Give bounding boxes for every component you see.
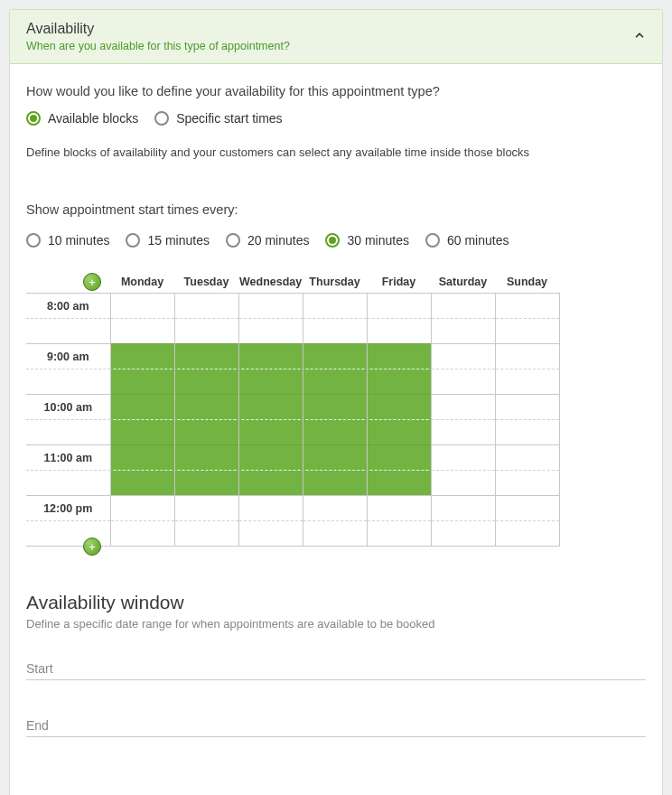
schedule-cell[interactable]	[495, 420, 559, 445]
schedule-cell[interactable]	[367, 344, 431, 369]
schedule-cell[interactable]	[431, 369, 495, 395]
schedule-cell[interactable]	[110, 369, 174, 395]
schedule-cell[interactable]	[431, 319, 495, 344]
schedule-cell[interactable]	[238, 294, 303, 319]
schedule-cell[interactable]	[174, 496, 238, 521]
schedule-cell[interactable]	[174, 521, 238, 547]
day-header: Tuesday	[174, 275, 238, 294]
start-interval-option-1[interactable]: 15 minutes	[126, 233, 209, 248]
schedule-cell[interactable]	[367, 319, 431, 344]
schedule-cell[interactable]	[174, 369, 238, 395]
availability-mode-option-1[interactable]: Specific start times	[154, 111, 282, 126]
schedule-cell[interactable]	[431, 471, 495, 496]
schedule-cell[interactable]	[495, 496, 559, 521]
schedule-cell[interactable]	[238, 319, 303, 344]
define-availability-question: How would you like to define your availa…	[26, 84, 646, 98]
schedule-cell[interactable]	[367, 496, 431, 521]
start-times-question: Show appointment start times every:	[26, 202, 646, 217]
day-header: Monday	[110, 275, 174, 294]
schedule-cell[interactable]	[495, 344, 559, 369]
availability-mode-option-0[interactable]: Available blocks	[26, 111, 138, 126]
schedule-cell[interactable]	[110, 445, 174, 471]
schedule-cell[interactable]	[495, 471, 559, 496]
schedule-cell[interactable]	[303, 445, 367, 471]
schedule-cell[interactable]	[367, 420, 431, 445]
schedule-cell[interactable]	[238, 344, 303, 369]
schedule-cell[interactable]	[174, 319, 238, 344]
schedule-cell[interactable]	[238, 445, 303, 471]
schedule-cell[interactable]	[367, 395, 431, 420]
add-earlier-hour-button[interactable]: +	[83, 273, 101, 291]
start-interval-option-4[interactable]: 60 minutes	[425, 233, 509, 248]
schedule-cell[interactable]	[174, 395, 238, 420]
schedule-cell[interactable]	[303, 395, 367, 420]
schedule-cell[interactable]	[495, 369, 559, 395]
schedule-cell[interactable]	[303, 369, 367, 395]
day-header: Friday	[367, 275, 431, 294]
schedule-cell[interactable]	[174, 294, 238, 319]
schedule-cell[interactable]	[303, 471, 367, 496]
schedule-cell[interactable]	[431, 445, 495, 471]
start-interval-option-3[interactable]: 30 minutes	[325, 233, 408, 248]
schedule-cell[interactable]	[110, 471, 174, 496]
radio-label: 30 minutes	[347, 233, 408, 248]
schedule-cell[interactable]	[238, 369, 303, 395]
schedule-cell[interactable]	[174, 420, 238, 445]
section-header[interactable]: Availability When are you available for …	[10, 10, 662, 64]
schedule-cell[interactable]	[431, 521, 495, 547]
time-label: 9:00 am	[26, 344, 110, 369]
schedule-cell[interactable]	[238, 496, 303, 521]
schedule-cell[interactable]	[174, 471, 238, 496]
schedule-cell[interactable]	[238, 471, 303, 496]
schedule-cell[interactable]	[495, 319, 559, 344]
field-label: End	[26, 718, 646, 733]
schedule-cell[interactable]	[110, 496, 174, 521]
schedule-cell[interactable]	[431, 344, 495, 369]
schedule-cell[interactable]	[110, 319, 174, 344]
schedule-cell[interactable]	[303, 344, 367, 369]
schedule-cell[interactable]	[303, 294, 367, 319]
schedule-cell[interactable]	[303, 496, 367, 521]
radio-label: 20 minutes	[247, 233, 309, 248]
schedule-cell[interactable]	[431, 395, 495, 420]
schedule-cell[interactable]	[367, 471, 431, 496]
schedule-cell[interactable]	[495, 395, 559, 420]
schedule-cell[interactable]	[431, 496, 495, 521]
schedule-cell[interactable]	[431, 294, 495, 319]
schedule-cell[interactable]	[110, 521, 174, 547]
schedule-cell[interactable]	[110, 344, 174, 369]
start-interval-option-0[interactable]: 10 minutes	[26, 233, 109, 248]
time-label: 8:00 am	[26, 294, 110, 319]
schedule-cell[interactable]	[110, 420, 174, 445]
schedule-cell[interactable]	[367, 445, 431, 471]
schedule-cell[interactable]	[303, 521, 367, 547]
schedule-cell[interactable]	[238, 395, 303, 420]
schedule-cell[interactable]	[431, 420, 495, 445]
schedule-cell[interactable]	[303, 319, 367, 344]
schedule-cell[interactable]	[174, 344, 238, 369]
schedule-cell[interactable]	[495, 294, 559, 319]
schedule-cell[interactable]	[110, 294, 174, 319]
radio-circle-icon	[126, 233, 140, 248]
collapse-icon[interactable]	[633, 29, 646, 44]
end-date-field[interactable]: End	[26, 713, 646, 737]
schedule-cell[interactable]	[367, 294, 431, 319]
start-times-radios: 10 minutes15 minutes20 minutes30 minutes…	[26, 233, 646, 248]
schedule-cell[interactable]	[495, 521, 559, 547]
radio-circle-icon	[226, 233, 240, 248]
time-label: 12:00 pm	[26, 496, 110, 521]
schedule-cell[interactable]	[495, 445, 559, 471]
schedule-cell[interactable]	[238, 420, 303, 445]
schedule-cell[interactable]	[110, 395, 174, 420]
start-date-field[interactable]: Start	[26, 656, 646, 680]
add-later-hour-button[interactable]: +	[83, 538, 101, 556]
schedule-cell[interactable]	[303, 420, 367, 445]
schedule-cell[interactable]	[174, 445, 238, 471]
schedule-cell[interactable]	[367, 521, 431, 547]
schedule-grid[interactable]: MondayTuesdayWednesdayThursdayFridaySatu…	[26, 275, 560, 547]
field-label: Start	[26, 661, 646, 676]
section-title: Availability	[26, 21, 290, 37]
start-interval-option-2[interactable]: 20 minutes	[226, 233, 309, 248]
schedule-cell[interactable]	[367, 369, 431, 395]
schedule-cell[interactable]	[238, 521, 303, 547]
